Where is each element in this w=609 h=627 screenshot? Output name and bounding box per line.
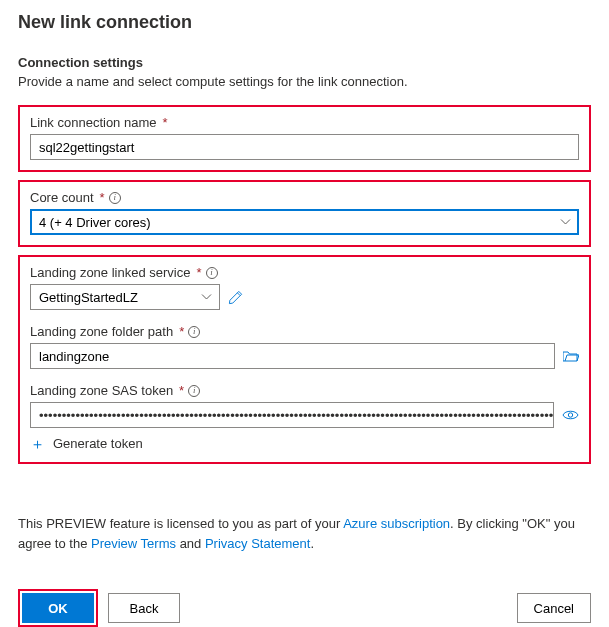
ok-button[interactable]: OK	[22, 593, 94, 623]
section-subtitle: Provide a name and select compute settin…	[18, 74, 591, 89]
lz-service-select[interactable]: GettingStartedLZ	[30, 284, 220, 310]
info-icon[interactable]: i	[206, 267, 218, 279]
lz-service-label: Landing zone linked service* i	[30, 265, 579, 280]
lz-folder-input[interactable]	[30, 343, 555, 369]
preview-terms-link[interactable]: Preview Terms	[91, 536, 176, 551]
lz-sas-label: Landing zone SAS token* i	[30, 383, 579, 398]
footer-bar: OK Back Cancel	[18, 575, 591, 627]
back-button[interactable]: Back	[108, 593, 180, 623]
landing-zone-group: Landing zone linked service* i GettingSt…	[18, 255, 591, 464]
page-title: New link connection	[18, 12, 591, 33]
core-count-select[interactable]: 4 (+ 4 Driver cores)	[30, 209, 579, 235]
azure-subscription-link[interactable]: Azure subscription	[343, 516, 450, 531]
info-icon[interactable]: i	[109, 192, 121, 204]
svg-point-0	[568, 413, 572, 417]
lz-sas-input[interactable]: ••••••••••••••••••••••••••••••••••••••••…	[30, 402, 554, 428]
link-name-group: Link connection name*	[18, 105, 591, 172]
core-count-group: Core count* i 4 (+ 4 Driver cores)	[18, 180, 591, 247]
edit-icon[interactable]	[228, 290, 243, 305]
lz-folder-label: Landing zone folder path* i	[30, 324, 579, 339]
info-icon[interactable]: i	[188, 326, 200, 338]
link-name-input[interactable]	[30, 134, 579, 160]
privacy-statement-link[interactable]: Privacy Statement	[205, 536, 311, 551]
generate-token-button[interactable]: ＋ Generate token	[30, 436, 143, 451]
folder-open-icon[interactable]	[563, 349, 579, 363]
link-name-label: Link connection name*	[30, 115, 579, 130]
preview-disclaimer: This PREVIEW feature is licensed to you …	[18, 514, 591, 553]
core-count-label: Core count* i	[30, 190, 579, 205]
cancel-button[interactable]: Cancel	[517, 593, 591, 623]
plus-icon: ＋	[30, 436, 45, 451]
eye-icon[interactable]	[562, 409, 579, 421]
section-title: Connection settings	[18, 55, 591, 70]
info-icon[interactable]: i	[188, 385, 200, 397]
